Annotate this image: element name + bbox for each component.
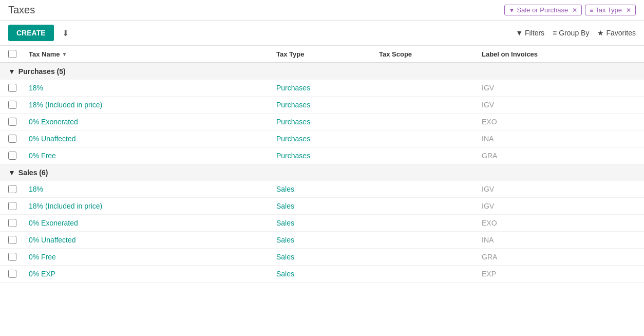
group-toggle-icon: ▼ xyxy=(8,169,15,177)
row-tax-type: Sales xyxy=(276,202,379,210)
row-checkbox-cell[interactable] xyxy=(8,202,29,210)
row-label-invoice: GRA xyxy=(482,253,636,261)
row-checkbox-cell[interactable] xyxy=(8,219,29,227)
group-label: Sales (6) xyxy=(18,169,48,177)
row-label-invoice: IGV xyxy=(482,101,636,109)
download-icon: ⬇ xyxy=(62,29,69,38)
row-tax-name[interactable]: 18% (Included in price) xyxy=(29,202,276,210)
row-checkbox[interactable] xyxy=(8,185,16,193)
table-row: 18% (Included in price) Sales IGV xyxy=(0,198,644,215)
row-label-invoice: INA xyxy=(482,236,636,244)
row-checkbox[interactable] xyxy=(8,84,16,92)
row-tax-type: Purchases xyxy=(276,118,379,126)
filter-tag-sale-purchase[interactable]: ▼ Sale or Purchase ✕ xyxy=(504,5,582,15)
row-tax-type: Sales xyxy=(276,219,379,227)
row-tax-name[interactable]: 18% xyxy=(29,84,276,92)
row-tax-type: Purchases xyxy=(276,152,379,160)
row-checkbox-cell[interactable] xyxy=(8,118,29,126)
row-checkbox-cell[interactable] xyxy=(8,270,29,278)
row-checkbox[interactable] xyxy=(8,152,16,160)
star-icon: ★ xyxy=(597,29,604,37)
row-checkbox[interactable] xyxy=(8,101,16,109)
table-row: 0% Unaffected Purchases INA xyxy=(0,130,644,147)
filter-tags-container: ▼ Sale or Purchase ✕ ≡ Tax Type ✕ xyxy=(504,5,636,15)
row-tax-name[interactable]: 0% Free xyxy=(29,152,276,160)
table-row: 0% Exonerated Sales EXO xyxy=(0,215,644,232)
row-checkbox-cell[interactable] xyxy=(8,135,29,143)
row-checkbox-cell[interactable] xyxy=(8,236,29,244)
row-label-invoice: IGV xyxy=(482,202,636,210)
filter-funnel-icon: ▼ xyxy=(509,7,515,14)
row-checkbox[interactable] xyxy=(8,236,16,244)
row-tax-type: Sales xyxy=(276,185,379,193)
group-label: Purchases (5) xyxy=(18,67,66,76)
table-body: ▼Purchases (5) 18% Purchases IGV 18% (In… xyxy=(0,63,644,283)
filter-tag-label-tax-type: Tax Type xyxy=(595,6,622,14)
row-tax-name[interactable]: 18% (Included in price) xyxy=(29,101,276,109)
download-button[interactable]: ⬇ xyxy=(58,26,73,40)
row-checkbox[interactable] xyxy=(8,202,16,210)
table-row: 0% Unaffected Sales INA xyxy=(0,232,644,249)
row-tax-name[interactable]: 0% Exonerated xyxy=(29,219,276,227)
table-row: 18% (Included in price) Purchases IGV xyxy=(0,97,644,114)
row-label-invoice: INA xyxy=(482,135,636,143)
row-label-invoice: GRA xyxy=(482,152,636,160)
row-checkbox-cell[interactable] xyxy=(8,253,29,261)
row-tax-name[interactable]: 0% EXP xyxy=(29,270,276,278)
filter-tag-tax-type[interactable]: ≡ Tax Type ✕ xyxy=(585,5,636,15)
select-all-cell[interactable] xyxy=(8,50,29,58)
row-tax-type: Purchases xyxy=(276,101,379,109)
row-tax-type: Sales xyxy=(276,236,379,244)
filter-list-icon: ≡ xyxy=(590,7,593,14)
toolbar-left: CREATE ⬇ xyxy=(8,25,73,41)
row-tax-type: Sales xyxy=(276,270,379,278)
row-tax-name[interactable]: 0% Unaffected xyxy=(29,135,276,143)
row-checkbox[interactable] xyxy=(8,270,16,278)
taxes-table: Tax Name ▼ Tax Type Tax Scope Label on I… xyxy=(0,46,644,283)
row-label-invoice: EXO xyxy=(482,118,636,126)
row-checkbox[interactable] xyxy=(8,135,16,143)
row-label-invoice: IGV xyxy=(482,185,636,193)
filters-button[interactable]: ▼ Filters xyxy=(516,27,544,39)
group-row-sales[interactable]: ▼Sales (6) xyxy=(0,164,644,181)
row-checkbox-cell[interactable] xyxy=(8,84,29,92)
row-label-invoice: EXP xyxy=(482,270,636,278)
sort-arrow-icon: ▼ xyxy=(62,51,67,57)
column-header-label-invoices: Label on Invoices xyxy=(482,50,636,58)
row-checkbox-cell[interactable] xyxy=(8,152,29,160)
row-checkbox-cell[interactable] xyxy=(8,101,29,109)
table-row: 0% EXP Sales EXP xyxy=(0,266,644,283)
row-checkbox[interactable] xyxy=(8,118,16,126)
row-tax-type: Sales xyxy=(276,253,379,261)
group-toggle-icon: ▼ xyxy=(8,67,15,76)
table-header: Tax Name ▼ Tax Type Tax Scope Label on I… xyxy=(0,46,644,63)
filter-tag-close-sale-purchase[interactable]: ✕ xyxy=(572,7,577,14)
row-tax-type: Purchases xyxy=(276,84,379,92)
group-by-icon: ≡ xyxy=(553,29,557,37)
filter-tag-label: Sale or Purchase xyxy=(517,6,568,14)
filter-icon: ▼ xyxy=(516,29,523,37)
row-tax-type: Purchases xyxy=(276,135,379,143)
column-header-tax-type: Tax Type xyxy=(276,50,379,58)
column-header-tax-name[interactable]: Tax Name ▼ xyxy=(29,50,276,58)
row-checkbox-cell[interactable] xyxy=(8,185,29,193)
table-row: 0% Exonerated Purchases EXO xyxy=(0,114,644,130)
row-tax-name[interactable]: 0% Free xyxy=(29,253,276,261)
table-row: 18% Sales IGV xyxy=(0,181,644,198)
create-button[interactable]: CREATE xyxy=(8,25,54,41)
table-row: 0% Free Purchases GRA xyxy=(0,147,644,164)
row-tax-name[interactable]: 18% xyxy=(29,185,276,193)
row-checkbox[interactable] xyxy=(8,219,16,227)
filter-tag-close-tax-type[interactable]: ✕ xyxy=(626,7,631,14)
row-checkbox[interactable] xyxy=(8,253,16,261)
toolbar-right: ▼ Filters ≡ Group By ★ Favorites xyxy=(516,27,636,39)
group-by-button[interactable]: ≡ Group By xyxy=(553,27,589,39)
group-row-purchases[interactable]: ▼Purchases (5) xyxy=(0,63,644,80)
toolbar: CREATE ⬇ ▼ Filters ≡ Group By ★ Favorite… xyxy=(0,21,644,46)
row-tax-name[interactable]: 0% Unaffected xyxy=(29,236,276,244)
row-tax-name[interactable]: 0% Exonerated xyxy=(29,118,276,126)
select-all-checkbox[interactable] xyxy=(8,50,16,58)
table-row: 0% Free Sales GRA xyxy=(0,249,644,266)
row-label-invoice: IGV xyxy=(482,84,636,92)
favorites-button[interactable]: ★ Favorites xyxy=(597,27,636,39)
